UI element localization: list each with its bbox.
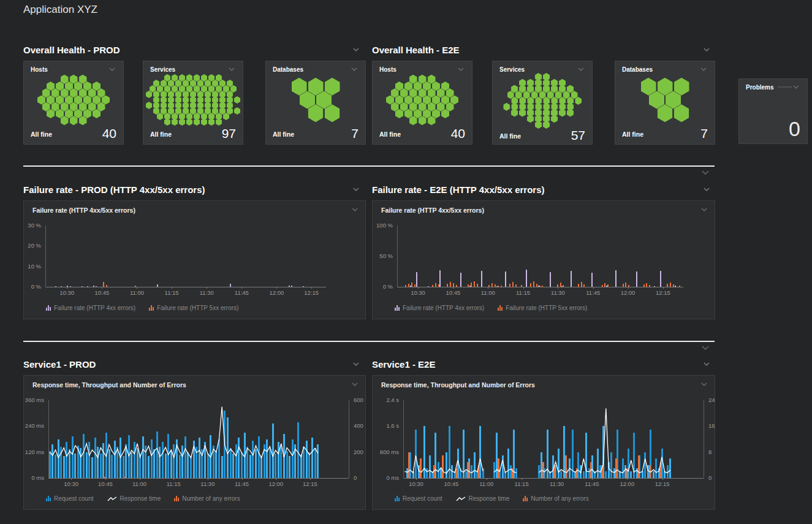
hexagon: [197, 107, 203, 115]
axis-tick: [208, 478, 208, 480]
chevron-down-icon[interactable]: [108, 66, 116, 73]
chevron-down-icon[interactable]: [351, 206, 359, 213]
axis-tick: [418, 287, 419, 289]
health-tile-services-e2e[interactable]: Services All fine57: [492, 61, 593, 145]
legend-item[interactable]: Number of any errors: [523, 495, 588, 502]
hex-row: [409, 75, 436, 84]
bar-Failure rate (HTTP 5xx errors): [405, 285, 406, 287]
axis-tick: [71, 478, 72, 480]
legend-item[interactable]: Failure rate (HTTP 5xx errors): [498, 305, 587, 311]
y-axis-label: 0 ms: [24, 475, 44, 481]
chevron-down-icon[interactable]: [350, 66, 359, 73]
x-axis-label: 12:15: [295, 481, 325, 487]
health-tile-hosts-e2e[interactable]: Hosts All fine40: [372, 61, 472, 145]
bar-Failure rate (HTTP 5xx errors): [435, 283, 436, 287]
tile-value: 7: [700, 127, 708, 140]
chevron-down-icon[interactable]: [700, 381, 708, 388]
chevron-down-icon[interactable]: [702, 186, 711, 193]
bar-Failure rate (HTTP 4xx errors): [481, 271, 482, 287]
section-header-service-prod: Service1 - PROD: [23, 358, 360, 370]
y-axis-label: 16: [708, 423, 730, 429]
hexagon: [212, 107, 218, 115]
legend-item[interactable]: Failure rate (HTTP 4xx errors): [395, 305, 484, 311]
legend-label: Failure rate (HTTP 4xx errors): [54, 305, 135, 311]
chevron-down-icon[interactable]: [701, 169, 710, 176]
bar-Failure rate (HTTP 5xx errors): [607, 284, 609, 287]
hexagon: [164, 118, 170, 126]
bar-legend-icon: [174, 496, 179, 501]
chevron-down-icon[interactable]: [352, 186, 360, 193]
bar-Failure rate (HTTP 5xx errors): [447, 284, 448, 287]
chart-title: Failure rate (HTTP 4xx/5xx errors): [32, 207, 135, 214]
chevron-down-icon[interactable]: [700, 206, 708, 213]
health-tile-databases-prod[interactable]: Databases All fine7: [265, 61, 366, 145]
bar-Failure rate (HTTP 5xx errors): [453, 283, 454, 287]
bar-Failure rate (HTTP 5xx errors): [649, 285, 650, 287]
x-axis-label: 10:45: [90, 481, 121, 487]
chevron-down-icon[interactable]: [227, 66, 236, 73]
chevron-down-icon[interactable]: [792, 83, 800, 91]
legend-label: Failure rate (HTTP 5xx errors): [506, 305, 587, 311]
chevron-down-icon[interactable]: [701, 344, 710, 351]
problems-tile[interactable]: Problems 0: [738, 78, 808, 144]
x-axis-label: 11:30: [542, 481, 572, 487]
y-axis-label: 360 ms: [24, 397, 44, 403]
axis-tick: [241, 287, 242, 289]
bar-Failure rate (HTTP 4xx errors): [82, 286, 83, 287]
axis-tick: [67, 287, 67, 289]
health-tile-services-prod[interactable]: Services All fine97: [143, 61, 243, 145]
honeycomb: [622, 73, 708, 127]
y-axis-label: 1.6 s: [373, 423, 399, 429]
hexagon: [543, 121, 550, 129]
chevron-down-icon[interactable]: [352, 360, 360, 368]
section-header-failure-prod: Failure rate - PROD (HTTP 4xx/5xx errors…: [23, 183, 360, 196]
chevron-down-icon[interactable]: [352, 46, 360, 53]
hexagon: [527, 115, 534, 123]
line-legend-icon: [456, 496, 466, 502]
bar-Failure rate (HTTP 5xx errors): [135, 286, 136, 287]
chevron-down-icon[interactable]: [457, 66, 465, 73]
line-Response time: [48, 400, 319, 478]
axis-tick: [140, 478, 140, 480]
chevron-down-icon[interactable]: [702, 360, 711, 368]
axis-tick: [662, 478, 663, 480]
legend-item[interactable]: Response time: [456, 495, 510, 502]
hexagon: [535, 121, 542, 129]
hexagon: [190, 107, 196, 115]
chevron-down-icon[interactable]: [699, 66, 708, 73]
hex-row: [641, 78, 689, 96]
y-axis-label: 800 ms: [373, 449, 399, 455]
hexagon: [70, 116, 78, 125]
legend-item[interactable]: Response time: [107, 495, 161, 502]
axis-tick: [310, 478, 311, 480]
tile-value: 7: [351, 127, 359, 140]
hexagon: [428, 116, 436, 125]
health-tile-hosts-prod[interactable]: Hosts All fine40: [23, 61, 124, 145]
bar-legend-icon: [46, 305, 51, 311]
bar-Failure rate (HTTP 5xx errors): [557, 284, 558, 287]
problems-trend-line: [778, 86, 792, 88]
chart-legend: Failure rate (HTTP 4xx errors)Failure ra…: [46, 305, 238, 311]
hexagon: [234, 107, 240, 115]
hexagon: [146, 91, 152, 98]
chevron-down-icon[interactable]: [702, 46, 711, 53]
axis-tick: [242, 478, 243, 480]
health-tile-databases-e2e[interactable]: Databases All fine7: [615, 61, 715, 145]
legend-item[interactable]: Number of any errors: [174, 495, 240, 502]
x-axis-label: 12:00: [612, 481, 642, 487]
x-axis-label: 10:45: [438, 290, 468, 296]
tile-status: All fine: [31, 131, 52, 140]
legend-item[interactable]: Request count: [395, 495, 442, 502]
legend-item[interactable]: Failure rate (HTTP 5xx errors): [149, 305, 238, 311]
legend-item[interactable]: Failure rate (HTTP 4xx errors): [46, 305, 135, 311]
chevron-down-icon[interactable]: [577, 66, 585, 73]
axis-tick: [593, 287, 594, 289]
section-header-overall-prod: Overall Health - PROD: [23, 44, 360, 56]
chevron-down-icon[interactable]: [351, 381, 359, 388]
legend-item[interactable]: Request count: [46, 495, 94, 502]
section-divider: [23, 165, 715, 167]
bar-Failure rate (HTTP 5xx errors): [103, 282, 104, 287]
bar-Failure rate (HTTP 4xx errors): [428, 286, 429, 287]
honeycomb: [379, 73, 465, 127]
bar-Failure rate (HTTP 4xx errors): [460, 273, 461, 287]
